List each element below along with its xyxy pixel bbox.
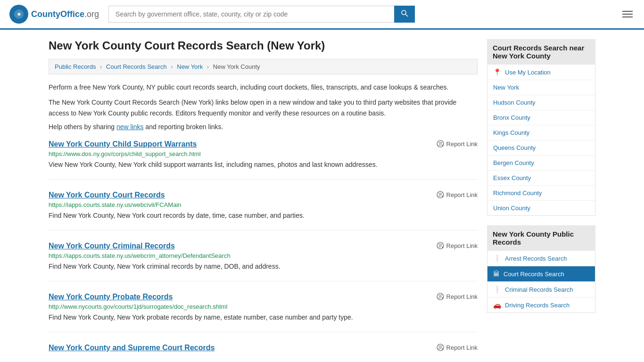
result-header: New York County Child Support Warrants R… — [49, 140, 478, 148]
report-icon — [437, 140, 444, 148]
list-item: Bergen County — [487, 156, 595, 171]
report-link[interactable]: Report Link — [437, 191, 478, 198]
search-button[interactable] — [394, 6, 415, 23]
result-url: https://iapps.courts.state.ny.us/webcivi… — [49, 201, 478, 208]
sidebar-link-arrest[interactable]: ❕ Arrest Records Search — [487, 251, 595, 266]
intro-text-2: The New York County Court Records Search… — [49, 97, 478, 118]
report-icon — [437, 242, 444, 249]
result-item: New York County Court Records Report Lin… — [49, 191, 478, 230]
breadcrumb-current: New York County — [213, 63, 260, 70]
report-link[interactable]: Report Link — [437, 140, 478, 148]
svg-text:★: ★ — [17, 11, 22, 17]
nearby-section: Court Records Search near New York Count… — [487, 39, 595, 216]
list-item-criminal: ❕ Criminal Records Search — [487, 282, 595, 297]
result-header: New York County Probate Records Report L… — [49, 293, 478, 301]
menu-line — [622, 14, 633, 15]
search-input[interactable] — [108, 6, 394, 23]
nearby-header: Court Records Search near New York Count… — [487, 39, 595, 65]
list-item-driving: 🚗 Driving Records Search — [487, 297, 595, 313]
result-title[interactable]: New York County and Supreme Court Record… — [49, 344, 215, 352]
result-title[interactable]: New York County Child Support Warrants — [49, 140, 197, 148]
new-links-link[interactable]: new links — [116, 123, 144, 131]
svg-line-3 — [405, 14, 408, 16]
report-link[interactable]: Report Link — [437, 293, 478, 300]
result-url: https://www.dos.ny.gov/corps/child_suppo… — [49, 150, 478, 157]
menu-line — [622, 16, 633, 17]
list-item: Hudson County — [487, 95, 595, 110]
result-header: New York County Criminal Records Report … — [49, 242, 478, 250]
main-container: New York County Court Records Search (Ne… — [39, 30, 605, 362]
result-desc: Find New York County, New York probate r… — [49, 313, 478, 322]
result-desc: View New York County, New York child sup… — [49, 160, 478, 170]
result-url: https://iapps.courts.state.ny.us/webcrim… — [49, 252, 478, 259]
public-records-section: New York County Public Records ❕ Arrest … — [487, 225, 595, 313]
list-item: Kings County — [487, 125, 595, 140]
report-icon — [437, 344, 444, 351]
sidebar-link-new-york[interactable]: New York — [487, 80, 595, 95]
list-item: Queens County — [487, 140, 595, 156]
list-item: Bronx County — [487, 110, 595, 125]
nearby-list: 📍 Use My Location New York Hudson County — [487, 65, 595, 216]
svg-point-2 — [402, 10, 406, 15]
result-item: New York County Probate Records Report L… — [49, 293, 478, 332]
breadcrumb-sep: › — [100, 63, 102, 70]
sidebar-link-criminal[interactable]: ❕ Criminal Records Search — [487, 282, 595, 297]
result-desc: Find New York County, New York criminal … — [49, 262, 478, 272]
result-header: New York County and Supreme Court Record… — [49, 344, 478, 352]
intro-text-1: Perform a free New York County, NY publi… — [49, 82, 478, 92]
sidebar-link-bergen[interactable]: Bergen County — [487, 156, 595, 170]
result-item: New York County Child Support Warrants R… — [49, 140, 478, 180]
list-item: Essex County — [487, 171, 595, 186]
car-icon: 🚗 — [493, 301, 501, 309]
share-text: Help others by sharing new links and rep… — [49, 123, 478, 131]
list-item-court: 🏛 Court Records Search — [487, 266, 595, 282]
result-desc: Find New York County, New York court rec… — [49, 211, 478, 221]
logo-text: CountyOffice.org — [31, 9, 99, 19]
list-item: New York — [487, 80, 595, 95]
result-item: New York County and Supreme Court Record… — [49, 344, 478, 362]
report-link[interactable]: Report Link — [437, 242, 478, 249]
breadcrumb: Public Records › Court Records Search › … — [49, 59, 478, 74]
sidebar-link-queens[interactable]: Queens County — [487, 140, 595, 155]
result-title[interactable]: New York County Court Records — [49, 191, 165, 199]
public-records-list: ❕ Arrest Records Search 🏛 Court Records … — [487, 251, 595, 313]
exclamation-icon: ❕ — [493, 286, 501, 293]
result-header: New York County Court Records Report Lin… — [49, 191, 478, 199]
menu-button[interactable] — [620, 9, 635, 19]
location-icon: 📍 — [493, 68, 501, 76]
sidebar-link-richmond[interactable]: Richmond County — [487, 186, 595, 200]
header: ★ CountyOffice.org — [0, 0, 644, 30]
result-title[interactable]: New York County Probate Records — [49, 293, 173, 301]
logo-icon: ★ — [9, 5, 28, 24]
sidebar-link-kings[interactable]: Kings County — [487, 125, 595, 140]
sidebar-link-essex[interactable]: Essex County — [487, 171, 595, 185]
content-area: New York County Court Records Search (Ne… — [49, 39, 478, 362]
breadcrumb-public-records[interactable]: Public Records — [55, 63, 96, 70]
sidebar-link-hudson[interactable]: Hudson County — [487, 95, 595, 110]
list-item: Union County — [487, 201, 595, 215]
breadcrumb-new-york[interactable]: New York — [177, 63, 203, 70]
public-records-header: New York County Public Records — [487, 225, 595, 251]
sidebar-link-court[interactable]: 🏛 Court Records Search — [487, 266, 595, 281]
breadcrumb-court-records[interactable]: Court Records Search — [106, 63, 167, 70]
menu-line — [622, 11, 633, 12]
report-link[interactable]: Report Link — [437, 344, 478, 351]
result-item: New York County Criminal Records Report … — [49, 242, 478, 281]
sidebar-link-location[interactable]: 📍 Use My Location — [487, 65, 595, 80]
exclamation-icon: ❕ — [493, 255, 501, 262]
report-icon — [437, 191, 444, 198]
sidebar-link-union[interactable]: Union County — [487, 201, 595, 215]
list-item: 📍 Use My Location — [487, 65, 595, 80]
search-bar — [108, 6, 415, 23]
list-item: Richmond County — [487, 186, 595, 201]
sidebar-link-bronx[interactable]: Bronx County — [487, 110, 595, 125]
report-icon — [437, 293, 444, 300]
results-list: New York County Child Support Warrants R… — [49, 140, 478, 362]
logo-link[interactable]: ★ CountyOffice.org — [9, 5, 99, 24]
breadcrumb-sep: › — [207, 63, 209, 70]
list-item-arrest: ❕ Arrest Records Search — [487, 251, 595, 266]
sidebar-link-driving[interactable]: 🚗 Driving Records Search — [487, 297, 595, 313]
building-icon: 🏛 — [493, 270, 500, 278]
page-title: New York County Court Records Search (Ne… — [49, 39, 478, 52]
result-title[interactable]: New York County Criminal Records — [49, 242, 175, 250]
